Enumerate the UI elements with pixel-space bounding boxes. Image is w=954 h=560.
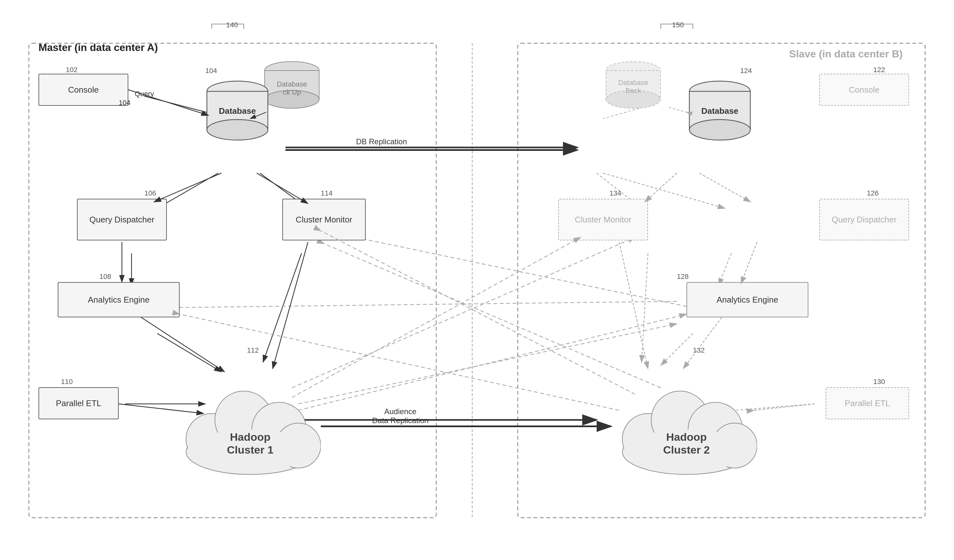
master-label: Master (in data center A): [39, 42, 158, 53]
svg-line-77: [292, 237, 581, 397]
svg-line-73: [273, 242, 308, 369]
console-slave: Console: [819, 74, 909, 106]
ref-112: 112: [247, 346, 259, 355]
db-backup-master: Database ck Up: [263, 61, 321, 112]
ref-126: 126: [867, 189, 879, 198]
ref-130: 130: [873, 378, 885, 386]
svg-point-53: [689, 120, 750, 140]
ref-104: 104: [119, 99, 131, 107]
query-dispatcher-master: Query Dispatcher: [77, 199, 167, 240]
svg-line-24: [719, 253, 731, 285]
svg-text:Hadoop: Hadoop: [666, 431, 707, 443]
svg-text:Database: Database: [219, 106, 256, 116]
ref-140: 140: [226, 21, 238, 29]
svg-line-84: [741, 242, 757, 284]
hadoop-cluster2: Hadoop Cluster 2: [616, 356, 757, 478]
ref-110: 110: [61, 378, 73, 386]
svg-text:Cluster 2: Cluster 2: [663, 443, 710, 456]
ref-150: 150: [672, 21, 684, 29]
svg-line-21: [161, 301, 677, 308]
svg-text:Database: Database: [701, 106, 739, 116]
svg-text:Database: Database: [277, 80, 307, 88]
svg-line-27: [642, 253, 648, 362]
database-master: Database: [205, 80, 270, 148]
ref-122: 122: [873, 66, 885, 74]
svg-line-18: [324, 244, 661, 388]
svg-line-81: [669, 107, 686, 112]
ref-114: 114: [321, 189, 333, 198]
svg-line-86: [619, 242, 648, 369]
analytics-engine-master: Analytics Engine: [58, 282, 180, 317]
ref-106: 106: [144, 189, 156, 198]
svg-line-14: [263, 253, 302, 362]
cluster-monitor-slave: Cluster Monitor: [558, 199, 648, 240]
slave-label: Slave (in data center B): [789, 48, 903, 60]
parallel-etl-master: Parallel ETL: [39, 387, 119, 419]
ref-134: 134: [610, 189, 621, 198]
parallel-etl-slave: Parallel ETL: [826, 387, 909, 419]
svg-line-19: [292, 237, 635, 388]
svg-text:Hadoop: Hadoop: [230, 431, 271, 443]
diagram-container: 140 150 Master (in data center A) Slave …: [19, 19, 935, 541]
audience-data-replication-label: AudienceData Replication: [372, 407, 429, 425]
cluster-monitor-master: Cluster Monitor: [282, 199, 366, 240]
db-replication-label: DB Replication: [356, 137, 407, 146]
db-backup-slave: Database Back: [604, 61, 662, 112]
svg-text:Database: Database: [618, 79, 648, 87]
svg-line-79: [321, 231, 635, 394]
ref-132: 132: [693, 346, 705, 355]
ref-124: 124: [740, 67, 752, 75]
svg-text:Back: Back: [625, 87, 642, 95]
ref-108: 108: [100, 272, 111, 281]
svg-line-69: [154, 173, 221, 202]
ref-102: 102: [66, 66, 78, 74]
ref-128: 128: [677, 272, 689, 281]
database-slave: Database: [688, 80, 752, 148]
svg-line-83: [699, 173, 751, 202]
svg-point-36: [207, 120, 268, 140]
svg-line-87: [754, 404, 815, 410]
console-master: Console: [39, 74, 128, 106]
query-label: Query: [135, 90, 154, 98]
svg-line-82: [645, 173, 677, 202]
svg-text:Cluster 1: Cluster 1: [227, 443, 274, 456]
hadoop-cluster1: Hadoop Cluster 1: [180, 356, 321, 478]
query-dispatcher-slave: Query Dispatcher: [819, 199, 909, 240]
ref-db-master: 104: [205, 67, 217, 75]
svg-line-17: [324, 231, 693, 308]
analytics-engine-slave: Analytics Engine: [686, 282, 808, 317]
svg-text:ck Up: ck Up: [283, 88, 301, 96]
